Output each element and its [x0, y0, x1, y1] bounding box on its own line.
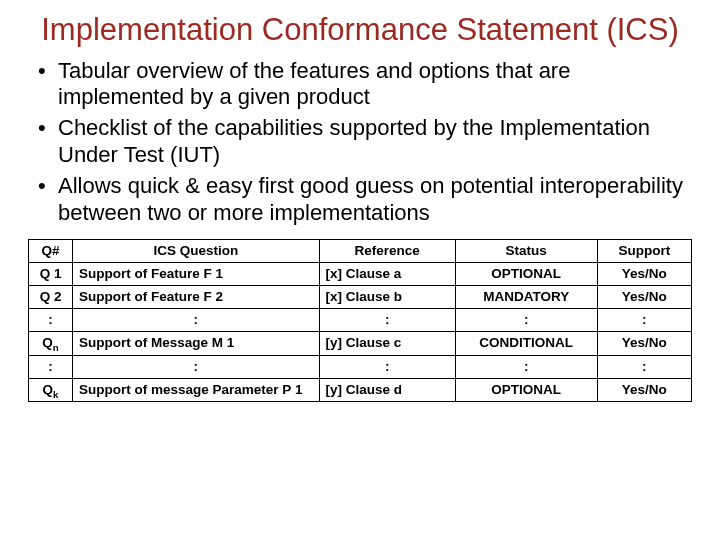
cell-status: :	[455, 309, 597, 332]
cell-q: Q 2	[29, 285, 73, 308]
cell-support: Yes/No	[597, 378, 691, 401]
bullet-item: Tabular overview of the features and opt…	[58, 58, 692, 112]
bullet-item: Checklist of the capabilities supported …	[58, 115, 692, 169]
cell-q: :	[29, 355, 73, 378]
col-ics: ICS Question	[73, 239, 320, 262]
col-support: Support	[597, 239, 691, 262]
table-row: QkSupport of message Parameter P 1[y] Cl…	[29, 378, 692, 401]
table-row: Q 1Support of Feature F 1[x] Clause aOPT…	[29, 262, 692, 285]
cell-status: CONDITIONAL	[455, 332, 597, 355]
col-ref: Reference	[319, 239, 455, 262]
cell-q: Qn	[29, 332, 73, 355]
cell-ics: :	[73, 355, 320, 378]
cell-support: :	[597, 355, 691, 378]
cell-ref: [x] Clause a	[319, 262, 455, 285]
cell-ics: Support of message Parameter P 1	[73, 378, 320, 401]
cell-ref: :	[319, 309, 455, 332]
cell-status: OPTIONAL	[455, 378, 597, 401]
slide: Implementation Conformance Statement (IC…	[0, 0, 720, 540]
cell-ref: [x] Clause b	[319, 285, 455, 308]
cell-ics: Support of Feature F 1	[73, 262, 320, 285]
page-title: Implementation Conformance Statement (IC…	[28, 12, 692, 48]
cell-ref: [y] Clause c	[319, 332, 455, 355]
cell-ics: :	[73, 309, 320, 332]
cell-support: Yes/No	[597, 262, 691, 285]
ics-table: Q# ICS Question Reference Status Support…	[28, 239, 692, 402]
cell-status: MANDATORY	[455, 285, 597, 308]
table-row: Q 2Support of Feature F 2[x] Clause bMAN…	[29, 285, 692, 308]
table-row: QnSupport of Message M 1[y] Clause cCOND…	[29, 332, 692, 355]
cell-ref: :	[319, 355, 455, 378]
bullet-item: Allows quick & easy first good guess on …	[58, 173, 692, 227]
cell-status: :	[455, 355, 597, 378]
cell-support: Yes/No	[597, 332, 691, 355]
cell-q: Qk	[29, 378, 73, 401]
cell-ref: [y] Clause d	[319, 378, 455, 401]
cell-support: Yes/No	[597, 285, 691, 308]
cell-q: Q 1	[29, 262, 73, 285]
cell-q: :	[29, 309, 73, 332]
col-status: Status	[455, 239, 597, 262]
cell-ics: Support of Message M 1	[73, 332, 320, 355]
cell-support: :	[597, 309, 691, 332]
table-row: :::::	[29, 355, 692, 378]
bullet-list: Tabular overview of the features and opt…	[28, 58, 692, 227]
table-header-row: Q# ICS Question Reference Status Support	[29, 239, 692, 262]
cell-status: OPTIONAL	[455, 262, 597, 285]
col-q: Q#	[29, 239, 73, 262]
table-row: :::::	[29, 309, 692, 332]
cell-ics: Support of Feature F 2	[73, 285, 320, 308]
table-body: Q 1Support of Feature F 1[x] Clause aOPT…	[29, 262, 692, 401]
